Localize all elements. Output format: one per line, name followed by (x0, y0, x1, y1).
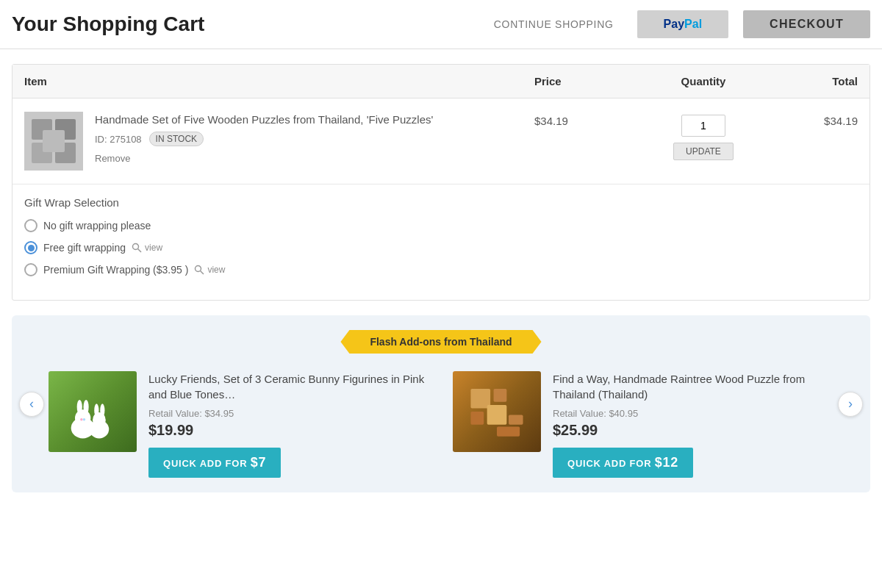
item-details: Handmade Set of Five Wooden Puzzles from… (95, 112, 534, 164)
wood-puzzle-thumbnail (464, 382, 530, 441)
flash-product-1-price: $19.99 (148, 422, 429, 439)
svg-rect-21 (470, 412, 484, 425)
flash-product-2-name: Find a Way, Handmade Raintree Wood Puzzl… (553, 371, 833, 402)
svg-point-13 (80, 418, 83, 421)
column-item: Item (24, 75, 534, 87)
paypal-button[interactable]: PayPal (637, 10, 728, 38)
radio-label-premium-wrap: Premium Gift Wrapping ($3.95 ) (43, 264, 188, 276)
item-meta: ID: 275108 IN STOCK (95, 132, 534, 146)
gift-wrap-option-free[interactable]: Free gift wrapping view (24, 241, 858, 254)
flash-product-2-retail: Retail Value: $40.95 (553, 408, 833, 419)
bunny-thumbnail (60, 382, 126, 441)
svg-point-18 (100, 404, 104, 417)
svg-rect-22 (487, 405, 507, 425)
item-id: ID: 275108 (95, 134, 142, 145)
flash-product-1-name: Lucky Friends, Set of 3 Ceramic Bunny Fi… (148, 371, 429, 402)
checkout-button[interactable]: CHECKOUT (743, 10, 870, 38)
svg-point-12 (84, 400, 89, 415)
in-stock-badge: IN STOCK (149, 132, 204, 146)
item-image (24, 112, 83, 171)
quick-add-button-1[interactable]: QUICK ADD FOR $7 (148, 448, 281, 478)
gift-wrap-option-no-wrap[interactable]: No gift wrapping please (24, 219, 858, 232)
gift-wrap-option-premium[interactable]: Premium Gift Wrapping ($3.95 ) view (24, 263, 858, 276)
cart-table: Item Price Quantity Total Handmade Set o… (12, 64, 870, 301)
svg-rect-23 (509, 415, 523, 424)
svg-rect-20 (494, 389, 507, 402)
svg-line-6 (138, 249, 142, 253)
remove-link[interactable]: Remove (95, 153, 130, 164)
page-header: Your Shopping Cart CONTINUE SHOPPING Pay… (0, 0, 882, 49)
item-name: Handmade Set of Five Wooden Puzzles from… (95, 112, 534, 127)
item-price: $34.19 (534, 112, 637, 127)
svg-point-10 (75, 409, 90, 426)
flash-product-2-image (453, 371, 541, 452)
cart-row: Handmade Set of Five Wooden Puzzles from… (12, 98, 870, 184)
carousel-prev-button[interactable]: ‹ (19, 392, 44, 417)
flash-banner: Flash Add-ons from Thailand (49, 330, 833, 354)
cart-table-header: Item Price Quantity Total (12, 65, 870, 98)
item-total: $34.19 (770, 112, 858, 127)
flash-products-list: Lucky Friends, Set of 3 Ceramic Bunny Fi… (49, 371, 833, 478)
svg-rect-24 (497, 426, 520, 436)
svg-line-8 (201, 271, 204, 275)
flash-product-1: Lucky Friends, Set of 3 Ceramic Bunny Fi… (49, 371, 429, 478)
flash-product-1-details: Lucky Friends, Set of 3 Ceramic Bunny Fi… (148, 371, 429, 478)
flash-addons-section: ‹ › Flash Add-ons from Thailand (12, 315, 870, 492)
quantity-input[interactable] (681, 115, 725, 137)
item-thumbnail (28, 115, 79, 167)
radio-label-no-wrap: No gift wrapping please (43, 220, 151, 232)
flash-product-2-details: Find a Way, Handmade Raintree Wood Puzzl… (553, 371, 833, 478)
continue-shopping-button[interactable]: CONTINUE SHOPPING (485, 12, 623, 36)
svg-rect-4 (43, 130, 65, 152)
flash-banner-text: Flash Add-ons from Thailand (340, 330, 541, 354)
view-icon (132, 243, 142, 253)
free-wrap-view-link[interactable]: view (132, 243, 162, 253)
svg-point-11 (77, 400, 82, 415)
column-price: Price (534, 75, 637, 87)
carousel-next-button[interactable]: › (838, 392, 863, 417)
page-title: Your Shopping Cart (12, 12, 470, 36)
svg-point-5 (133, 244, 139, 250)
radio-free-wrap[interactable] (24, 241, 37, 254)
gift-wrap-section: Gift Wrap Selection No gift wrapping ple… (12, 184, 870, 300)
premium-wrap-view-link[interactable]: view (194, 265, 225, 275)
cart-row-main: Handmade Set of Five Wooden Puzzles from… (24, 112, 858, 171)
quick-add-button-2[interactable]: QUICK ADD FOR $12 (553, 448, 693, 478)
svg-point-7 (196, 266, 201, 272)
column-quantity: Quantity (637, 75, 770, 87)
flash-product-2-price: $25.99 (553, 422, 833, 439)
update-button[interactable]: UPDATE (673, 143, 734, 160)
item-quantity: UPDATE (637, 112, 770, 160)
svg-point-14 (83, 418, 86, 421)
column-total: Total (770, 75, 858, 87)
svg-rect-19 (470, 389, 490, 409)
item-info: Handmade Set of Five Wooden Puzzles from… (24, 112, 534, 171)
radio-no-wrap[interactable] (24, 219, 37, 232)
flash-product-1-retail: Retail Value: $34.95 (148, 408, 429, 419)
flash-product-2: Find a Way, Handmade Raintree Wood Puzzl… (453, 371, 833, 478)
radio-premium-wrap[interactable] (24, 263, 37, 276)
radio-label-free-wrap: Free gift wrapping (43, 242, 126, 254)
svg-point-17 (94, 404, 98, 417)
flash-product-1-image (49, 371, 137, 452)
gift-wrap-title: Gift Wrap Selection (24, 196, 858, 209)
premium-view-icon (194, 265, 204, 275)
